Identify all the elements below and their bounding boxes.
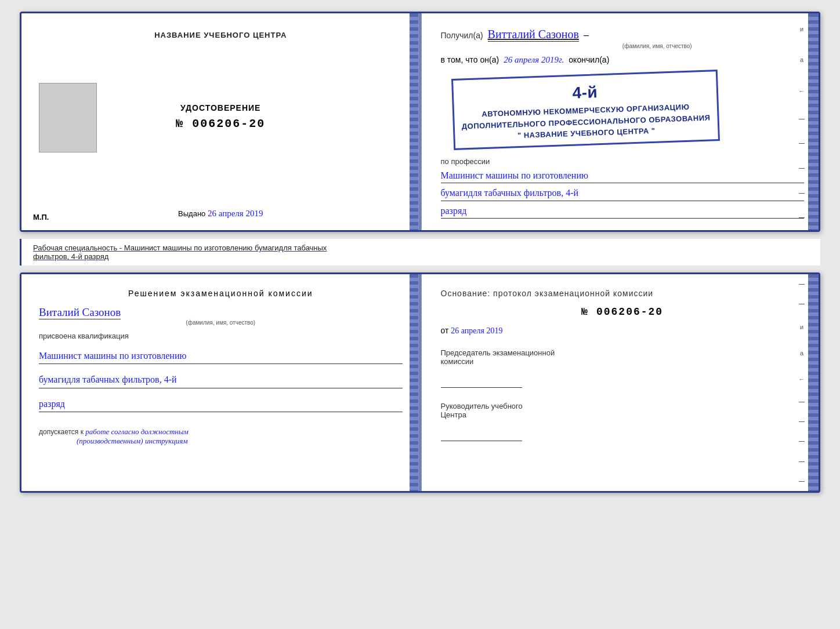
dash-symbol: – bbox=[584, 30, 589, 41]
photo-placeholder bbox=[39, 83, 97, 152]
date-prefix: от bbox=[441, 326, 449, 335]
basis-label: Основание: протокол экзаменационной коми… bbox=[441, 289, 805, 298]
dash5 bbox=[799, 217, 805, 218]
recipient-name: Витталий Сазонов bbox=[488, 28, 579, 42]
issued-date: 26 апреля 2019 bbox=[208, 209, 263, 218]
mark-i: и bbox=[800, 26, 803, 32]
bottom-recipient-name: Виталий Сазонов bbox=[39, 306, 121, 319]
stamp-area: 4-й АВТОНОМНУЮ НЕКОММЕРЧЕСКУЮ ОРГАНИЗАЦИ… bbox=[441, 68, 805, 151]
stamp-block: 4-й АВТОНОМНУЮ НЕКОММЕРЧЕСКУЮ ОРГАНИЗАЦИ… bbox=[451, 70, 720, 150]
top-certificate-book: НАЗВАНИЕ УЧЕБНОГО ЦЕНТРА УДОСТОВЕРЕНИЕ №… bbox=[20, 12, 820, 232]
bdash3 bbox=[799, 402, 805, 402]
completed-label: окончил(а) bbox=[569, 55, 609, 64]
right-stripe-decoration bbox=[410, 13, 420, 230]
chairman-signature-line bbox=[441, 377, 522, 388]
qualification-line2: бумагидля табачных фильтров, 4-й bbox=[39, 372, 403, 388]
cert-number: № 006206-20 bbox=[176, 117, 265, 130]
bottom-right-page: Основание: протокол экзаменационной коми… bbox=[421, 274, 819, 491]
cert-number-section: УДОСТОВЕРЕНИЕ № 006206-20 bbox=[176, 103, 265, 130]
qualification-line3: разряд bbox=[39, 396, 403, 412]
top-right-page: Получил(а) Витталий Сазонов – (фамилия, … bbox=[421, 13, 819, 230]
side-marks-right: и а ← bbox=[798, 13, 806, 230]
mark-a: а bbox=[800, 56, 803, 63]
bottom-left-page: Решением экзаменационной комиссии Витали… bbox=[21, 274, 421, 491]
allowed-handwritten: работе согласно должностным bbox=[85, 427, 189, 436]
bdash7 bbox=[799, 481, 805, 482]
bdash6 bbox=[799, 461, 805, 462]
bottom-side-marks: и а ← bbox=[798, 274, 806, 491]
vtom-label: в том, что он(а) bbox=[441, 55, 499, 64]
info-label2: фильтров, 4-й разряд bbox=[33, 252, 108, 261]
issued-label: Выдано bbox=[178, 209, 205, 218]
dash1 bbox=[799, 119, 805, 119]
bdash2 bbox=[799, 304, 805, 304]
bdash1 bbox=[799, 284, 805, 285]
head-signature-line bbox=[441, 431, 522, 441]
allowed-label: допускается к bbox=[39, 428, 84, 436]
mp-label: М.П. bbox=[33, 213, 49, 221]
bottom-recipient-sublabel: (фамилия, имя, отчество) bbox=[39, 319, 403, 326]
allowed-handwritten2: (производственным) инструкциям bbox=[77, 437, 188, 445]
vtom-line: в том, что он(а) 26 апреля 2019г. окончи… bbox=[441, 55, 805, 65]
bottom-recipient-block: Виталий Сазонов (фамилия, имя, отчество) bbox=[39, 304, 403, 326]
protocol-number: № 006206-20 bbox=[441, 306, 805, 318]
bdash4 bbox=[799, 421, 805, 422]
top-left-title: НАЗВАНИЕ УЧЕБНОГО ЦЕНТРА bbox=[154, 31, 287, 39]
recipient-sublabel: (фамилия, имя, отчество) bbox=[510, 43, 805, 49]
assigned-label: присвоена квалификация bbox=[39, 332, 403, 340]
profession-line1: Машинист машины по изготовлению bbox=[441, 168, 805, 184]
dash4 bbox=[799, 193, 805, 194]
bottom-certificate-book: Решением экзаменационной комиссии Витали… bbox=[20, 272, 820, 493]
top-left-page: НАЗВАНИЕ УЧЕБНОГО ЦЕНТРА УДОСТОВЕРЕНИЕ №… bbox=[21, 13, 421, 230]
issued-line: Выдано 26 апреля 2019 bbox=[178, 209, 263, 219]
profession-line2: бумагидля табачных фильтров, 4-й bbox=[441, 186, 805, 201]
head-label: Руководитель учебного Центра bbox=[441, 402, 805, 419]
profession-line3: разряд bbox=[441, 203, 805, 219]
bmark-arrow: ← bbox=[799, 376, 805, 383]
protocol-date-line: от 26 апреля 2019 bbox=[441, 326, 805, 336]
bdash5 bbox=[799, 441, 805, 442]
recipient-line: Получил(а) Витталий Сазонов – bbox=[441, 28, 805, 42]
info-label: Рабочая специальность - Машинист машины … bbox=[33, 243, 327, 252]
allowed-text-block: допускается к работе согласно должностны… bbox=[39, 427, 403, 446]
bmark-a: а bbox=[800, 350, 803, 357]
info-bar: Рабочая специальность - Машинист машины … bbox=[20, 239, 820, 266]
qualification-line1: Машинист машины по изготовлению bbox=[39, 348, 403, 364]
completed-date: 26 апреля 2019г. bbox=[504, 55, 564, 65]
right-stripe-right-decoration bbox=[808, 13, 819, 230]
bmark-i: и bbox=[800, 323, 803, 330]
recipient-label: Получил(а) bbox=[441, 31, 483, 40]
dash2 bbox=[799, 143, 805, 144]
decision-title: Решением экзаменационной комиссии bbox=[39, 289, 403, 298]
document-wrapper: НАЗВАНИЕ УЧЕБНОГО ЦЕНТРА УДОСТОВЕРЕНИЕ №… bbox=[20, 12, 820, 493]
dash3 bbox=[799, 168, 805, 169]
side-stripe-bottom-right bbox=[808, 274, 819, 491]
side-stripe-bottom-left bbox=[410, 274, 420, 491]
chairman-label: Председатель экзаменационной комиссии bbox=[441, 348, 805, 366]
mark-arrow: ← bbox=[799, 88, 805, 94]
cert-label: УДОСТОВЕРЕНИЕ bbox=[176, 103, 265, 112]
protocol-date: 26 апреля 2019 bbox=[451, 326, 502, 335]
profession-label: по профессии bbox=[441, 157, 805, 166]
